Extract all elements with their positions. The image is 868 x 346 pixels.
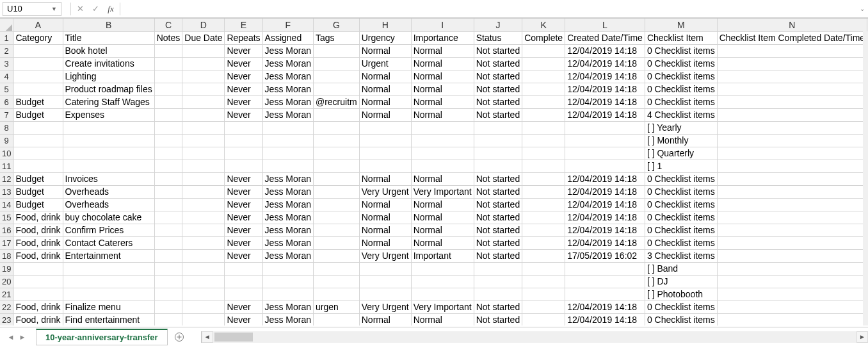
row-header[interactable]: 8 <box>0 121 13 134</box>
cell[interactable]: Not started <box>474 95 522 108</box>
cell[interactable]: 12/04/2019 14:18 <box>565 95 645 108</box>
cell[interactable] <box>313 108 359 121</box>
cell[interactable]: Product roadmap files <box>63 83 154 95</box>
cell[interactable] <box>182 288 225 301</box>
cell[interactable]: Normal <box>359 236 411 249</box>
cell[interactable] <box>313 275 359 288</box>
cell[interactable]: Not started <box>474 70 522 83</box>
cell[interactable] <box>225 262 262 275</box>
cell[interactable]: Jess Moran <box>262 95 313 108</box>
cell[interactable]: [ ] DJ <box>645 275 717 288</box>
cell[interactable] <box>411 288 474 301</box>
chevron-down-icon[interactable]: ▼ <box>51 6 57 12</box>
row-header[interactable]: 7 <box>0 108 13 121</box>
cell[interactable]: Normal <box>411 83 474 95</box>
cell[interactable] <box>63 288 154 301</box>
cell[interactable] <box>154 160 182 172</box>
cell[interactable] <box>182 185 225 198</box>
cell[interactable] <box>717 121 867 134</box>
cell[interactable]: 12/04/2019 14:18 <box>565 301 645 313</box>
cell[interactable]: Title <box>63 31 154 44</box>
row-header[interactable]: 16 <box>0 224 13 236</box>
cell[interactable]: urgen <box>313 301 359 313</box>
cell[interactable] <box>359 147 411 160</box>
cell[interactable] <box>313 211 359 224</box>
cell[interactable] <box>565 288 645 301</box>
cell[interactable]: Jess Moran <box>262 108 313 121</box>
cell[interactable] <box>474 288 522 301</box>
cell[interactable]: Checklist Item <box>645 31 717 44</box>
cell[interactable]: Not started <box>474 57 522 70</box>
cell[interactable]: Not started <box>474 224 522 236</box>
cell[interactable]: [ ] Band <box>645 262 717 275</box>
cell[interactable] <box>262 275 313 288</box>
cell[interactable] <box>262 134 313 147</box>
cell[interactable]: Not started <box>474 236 522 249</box>
cell[interactable] <box>182 301 225 313</box>
cell[interactable]: Not started <box>474 83 522 95</box>
cell[interactable] <box>182 211 225 224</box>
cell[interactable] <box>717 275 867 288</box>
cell[interactable]: Importance <box>411 31 474 44</box>
cell[interactable]: 0 Checklist items <box>645 224 717 236</box>
cell[interactable] <box>154 198 182 211</box>
cell[interactable]: 12/04/2019 14:18 <box>565 236 645 249</box>
cell[interactable]: Jess Moran <box>262 83 313 95</box>
cell[interactable]: Budget <box>13 108 63 121</box>
cell[interactable] <box>13 57 63 70</box>
cell[interactable] <box>717 313 867 325</box>
cell[interactable]: Jess Moran <box>262 198 313 211</box>
cell[interactable] <box>182 57 225 70</box>
cell[interactable]: 12/04/2019 14:18 <box>565 313 645 325</box>
cell[interactable]: 0 Checklist items <box>645 301 717 313</box>
cell[interactable]: 0 Checklist items <box>645 44 717 57</box>
cell[interactable] <box>522 57 565 70</box>
cell[interactable] <box>13 134 63 147</box>
column-header-A[interactable]: A <box>13 19 63 31</box>
cell[interactable] <box>522 160 565 172</box>
cell[interactable] <box>474 160 522 172</box>
cell[interactable] <box>154 301 182 313</box>
row-header[interactable]: 4 <box>0 70 13 83</box>
cancel-formula-button[interactable]: ✕ <box>72 2 88 16</box>
cell[interactable]: Normal <box>359 224 411 236</box>
column-header-F[interactable]: F <box>262 19 313 31</box>
cell[interactable] <box>717 160 867 172</box>
column-header-M[interactable]: M <box>645 19 717 31</box>
cell[interactable]: Normal <box>359 44 411 57</box>
cell[interactable]: Not started <box>474 172 522 185</box>
cell[interactable] <box>717 172 867 185</box>
column-header-C[interactable]: C <box>154 19 182 31</box>
cell[interactable]: Never <box>225 211 262 224</box>
grid-scroller[interactable]: ABCDEFGHIJKLMNOPQRST1CategoryTitleNotesD… <box>0 19 868 325</box>
cell[interactable]: 0 Checklist items <box>645 198 717 211</box>
cell[interactable] <box>182 262 225 275</box>
cell[interactable]: Urgent <box>359 57 411 70</box>
cell[interactable]: Very Important <box>411 185 474 198</box>
cell[interactable] <box>474 275 522 288</box>
scroll-left-button[interactable]: ◄ <box>202 331 213 343</box>
cell[interactable]: [ ] Yearly <box>645 121 717 134</box>
cell[interactable] <box>225 147 262 160</box>
row-header[interactable]: 11 <box>0 160 13 172</box>
cell[interactable] <box>565 134 645 147</box>
cell[interactable]: Budget <box>13 198 63 211</box>
expand-formula-bar-button[interactable]: ⌄ <box>856 2 868 16</box>
cell[interactable]: Created Date/Time <box>565 31 645 44</box>
row-header[interactable]: 15 <box>0 211 13 224</box>
tab-scroll-next-button[interactable]: ► <box>18 333 27 341</box>
cell[interactable] <box>154 275 182 288</box>
cell[interactable] <box>359 160 411 172</box>
cell[interactable] <box>182 172 225 185</box>
cell[interactable] <box>182 95 225 108</box>
cell[interactable]: Normal <box>359 211 411 224</box>
row-header[interactable]: 22 <box>0 301 13 313</box>
insert-function-button[interactable]: fx <box>103 2 118 16</box>
cell[interactable]: Expenses <box>63 108 154 121</box>
cell[interactable]: 0 Checklist items <box>645 236 717 249</box>
cell[interactable]: Find entertainment <box>63 313 154 325</box>
cell[interactable]: Food, drink <box>13 249 63 262</box>
cell[interactable]: [ ] Quarterly <box>645 147 717 160</box>
cell[interactable] <box>522 262 565 275</box>
cell[interactable] <box>154 172 182 185</box>
